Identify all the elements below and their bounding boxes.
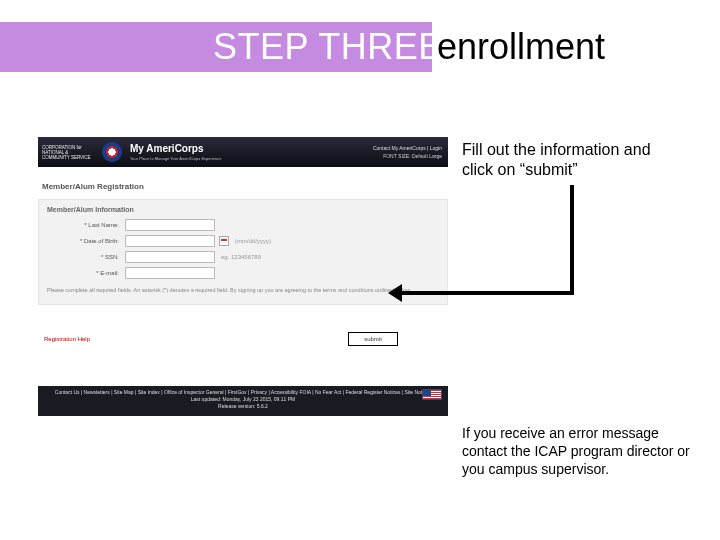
brand-block: My AmeriCorps Your Place to Manage Your … [128,143,221,161]
page-heading: Member/Alum Registration [38,180,448,193]
hint-ssn: eg. 123456789 [221,254,261,260]
label-email: * E-mail: [47,270,125,276]
input-dob[interactable] [125,235,215,247]
brand-subtitle: Your Place to Manage Your AmeriCorps Exp… [130,156,221,161]
row-ssn: * SSN: eg. 123456789 [47,251,439,263]
row-email: * E-mail: [47,267,439,279]
header-links: Contact My AmeriCorps | Login [373,145,442,151]
ncs-logo: CORPORATION for NATIONAL & COMMUNITY SER… [38,137,96,167]
screenshot-footer: Contact Us | Newsletters | Site Map | Si… [38,386,448,416]
calendar-icon[interactable] [219,236,229,246]
input-lastname[interactable] [125,219,215,231]
footer-version: Release version: 5.6.2 [44,403,442,410]
submit-button[interactable]: submit [348,332,398,346]
annotation-fillout: Fill out the information and click on “s… [462,140,672,180]
slide: STEP THREE enrollment CORPORATION for NA… [0,0,720,540]
footer-updated: Last updated: Monday, July 23 2015, 09:1… [44,396,442,403]
screenshot-header: CORPORATION for NATIONAL & COMMUNITY SER… [38,137,448,167]
arrow-vertical [570,185,574,291]
form-block: Member/Alum Information * Last Name: * D… [38,199,448,305]
input-ssn[interactable] [125,251,215,263]
label-lastname: * Last Name: [47,222,125,228]
header-right: Contact My AmeriCorps | Login FONT SIZE:… [373,145,448,159]
registration-help-link[interactable]: Registration Help [44,336,90,342]
title-word: enrollment [437,22,605,72]
row-lastname: * Last Name: [47,219,439,231]
input-email[interactable] [125,267,215,279]
footer-links: Contact Us | Newsletters | Site Map | Si… [44,389,442,396]
hint-dob: (mm/dd/yyyy) [235,238,271,244]
brand-title: My AmeriCorps [130,143,221,154]
title-step: STEP THREE [213,22,443,72]
arrow-head-icon [388,284,402,302]
row-dob: * Date of Birth: (mm/dd/yyyy) [47,235,439,247]
usa-flag-icon [422,389,442,400]
ncs-logo-text: CORPORATION for NATIONAL & COMMUNITY SER… [42,145,96,160]
label-ssn: * SSN: [47,254,125,260]
form-note: Please complete all required fields. An … [47,287,439,294]
form-block-title: Member/Alum Information [47,206,439,213]
americorps-seal-icon [102,142,122,162]
label-dob: * Date of Birth: [47,238,125,244]
arrow-horizontal [400,291,574,295]
annotation-error: If you receive an error message contact … [462,424,707,478]
font-size-row: FONT SIZE: Default Large [373,153,442,159]
screenshot-body: Member/Alum Registration Member/Alum Inf… [38,180,448,370]
